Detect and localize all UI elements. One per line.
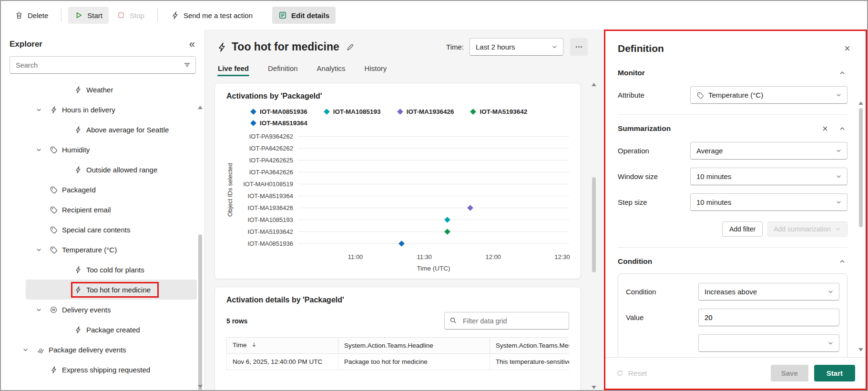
data-point[interactable] — [398, 241, 405, 247]
scroll-up-arrow[interactable] — [858, 101, 863, 105]
reset-button[interactable]: Reset — [616, 369, 647, 377]
legend-item-iot-ma0851936[interactable]: IOT-MA0851936 — [251, 108, 307, 115]
condition-dropdown[interactable]: Increases above — [698, 283, 839, 301]
legend-item-iot-ma1936426[interactable]: IOT-MA1936426 — [398, 108, 454, 115]
tree-item-weather[interactable]: Weather — [1, 80, 204, 100]
start-button[interactable]: Start — [68, 7, 109, 24]
close-panel-button[interactable] — [841, 42, 853, 54]
more-options-button[interactable] — [570, 38, 588, 56]
data-point[interactable] — [444, 229, 450, 235]
collapse-condition-button[interactable] — [837, 256, 848, 267]
tree-item-express-shipping-requested[interactable]: Express shipping requested — [1, 360, 204, 380]
tab-history[interactable]: History — [364, 61, 388, 79]
chevron-down-icon — [835, 173, 842, 180]
legend-label: IOT-MA1085193 — [333, 108, 381, 115]
collapse-sidebar-button[interactable]: « — [189, 39, 195, 50]
tree-item-special-care-contents[interactable]: Special care contents — [1, 220, 204, 240]
pencil-icon — [346, 43, 355, 51]
window-size-value: 10 minutes — [696, 172, 831, 180]
value-input[interactable] — [698, 309, 839, 326]
tag-icon — [696, 91, 704, 99]
tree-item-package-created[interactable]: Package created — [1, 320, 204, 340]
delete-label: Delete — [28, 11, 48, 20]
main-scrollbar[interactable] — [590, 82, 597, 390]
remove-summarization-button[interactable] — [820, 123, 830, 134]
panel-scrollbar[interactable] — [857, 100, 864, 352]
tree-item-too-hot-for-medicine[interactable]: Too hot for medicine — [26, 280, 197, 300]
delete-button[interactable]: Delete — [9, 7, 54, 24]
tree-item-packageid[interactable]: PackageId — [1, 180, 204, 200]
chevron-down-icon — [835, 226, 841, 232]
y-axis-label: IOT-MAH0108519 — [237, 178, 298, 190]
data-point[interactable] — [467, 205, 473, 211]
step-size-value: 10 minutes — [696, 198, 831, 206]
column-header-system-action-teams-headline[interactable]: System.Action.Teams.Headline — [338, 338, 490, 354]
operation-value: Average — [696, 147, 831, 155]
legend-item-iot-ma8519364[interactable]: IOT-MA8519364 — [251, 120, 307, 127]
rename-button[interactable] — [344, 41, 357, 53]
scrollbar-thumb[interactable] — [198, 234, 202, 391]
sort-descending-icon[interactable] — [251, 341, 257, 350]
tag-icon — [50, 186, 62, 194]
tab-analytics[interactable]: Analytics — [317, 61, 346, 79]
y-axis-label: IOT-PA6426262 — [237, 142, 298, 154]
window-size-dropdown[interactable]: 10 minutes — [690, 168, 848, 185]
scroll-down-arrow[interactable] — [198, 385, 203, 388]
chevron-down-icon[interactable] — [35, 146, 50, 153]
data-point[interactable] — [444, 217, 450, 223]
tree-item-temperature-c[interactable]: Temperature (°C) — [1, 240, 204, 260]
column-header-time[interactable]: Time — [227, 338, 338, 354]
column-header-system-action-teams-message[interactable]: System.Action.Teams.Message — [490, 338, 570, 354]
add-summarization-button[interactable]: Add summarization — [767, 221, 848, 237]
tree-item-humidity[interactable]: Humidity — [1, 140, 204, 160]
filter-data-grid-input[interactable] — [444, 312, 569, 330]
search-input[interactable] — [10, 56, 196, 74]
collapse-monitor-button[interactable] — [837, 68, 848, 78]
step-size-dropdown[interactable]: 10 minutes — [690, 193, 848, 211]
panel-start-button[interactable]: Start — [814, 365, 855, 381]
scroll-down-arrow[interactable] — [592, 386, 596, 389]
chevron-down-icon[interactable] — [35, 246, 50, 253]
tree-item-delivery-events[interactable]: Delivery events — [1, 300, 204, 320]
attribute-dropdown[interactable]: Temperature (°C) — [690, 86, 848, 104]
tag-icon — [50, 206, 62, 214]
chevron-down-icon[interactable] — [35, 106, 50, 113]
tree-item-too-cold-for-plants[interactable]: Too cold for plants — [1, 260, 204, 280]
chevron-down-icon[interactable] — [35, 306, 50, 313]
bolt-icon — [74, 286, 86, 294]
table-cell: Nov 6, 2025, 12:40:00 PM UTC — [227, 354, 338, 370]
tree-item-package-delivery-events[interactable]: Package delivery events — [1, 340, 204, 360]
scroll-up-arrow[interactable] — [198, 106, 203, 109]
save-button[interactable]: Save — [771, 365, 808, 381]
tree-item-recipient-email[interactable]: Recipient email — [1, 200, 204, 220]
tab-definition[interactable]: Definition — [267, 61, 298, 79]
tree-item-above-average-for-seattle[interactable]: Above average for Seattle — [1, 120, 204, 140]
filter-icon — [183, 61, 191, 71]
collapse-summarization-button[interactable] — [837, 123, 848, 134]
scrollbar-thumb[interactable] — [859, 108, 863, 227]
legend-item-iot-ma5193642[interactable]: IOT-MA5193642 — [471, 108, 527, 115]
legend-item-iot-ma1085193[interactable]: IOT-MA1085193 — [325, 108, 381, 115]
diamond-icon — [250, 120, 256, 126]
chevron-down-icon[interactable] — [22, 346, 36, 353]
edit-details-button[interactable]: Edit details — [272, 7, 336, 24]
tab-live-feed[interactable]: Live feed — [217, 61, 249, 79]
summarization-buttons: Add filter Add summarization — [618, 221, 848, 237]
tree-item-outside-allowed-range[interactable]: Outside allowed range — [1, 160, 204, 180]
stop-button[interactable]: Stop — [111, 7, 151, 24]
scrollbar-thumb[interactable] — [592, 177, 596, 272]
time-range-dropdown[interactable]: Last 2 hours — [470, 38, 563, 56]
clipped-dropdown[interactable] — [698, 334, 839, 352]
operation-dropdown[interactable]: Average — [690, 142, 848, 160]
table-row[interactable]: Nov 6, 2025, 12:40:00 PM UTCPackage too … — [227, 354, 570, 370]
send-test-action-button[interactable]: Send me a test action — [164, 7, 259, 24]
add-filter-button[interactable]: Add filter — [722, 221, 763, 237]
sidebar-scrollbar[interactable] — [196, 105, 204, 389]
scroll-down-arrow[interactable] — [858, 348, 863, 351]
tree-item-hours-in-delivery[interactable]: Hours in delivery — [1, 100, 204, 120]
step-size-label: Step size — [618, 198, 690, 206]
tree-item-label: Hours in delivery — [62, 106, 115, 114]
scroll-up-arrow[interactable] — [592, 83, 596, 86]
y-axis-title: Object IDs selected — [226, 130, 237, 250]
definition-panel: Definition Monitor Attribute Temperatu — [604, 30, 867, 390]
